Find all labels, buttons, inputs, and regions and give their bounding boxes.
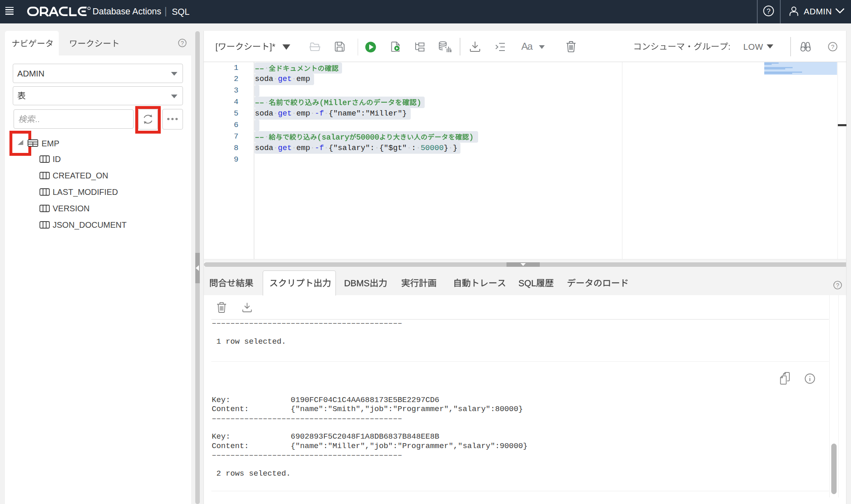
svg-text:?: ? [181, 40, 184, 46]
svg-text:?: ? [767, 7, 770, 15]
svg-text:?: ? [831, 43, 834, 50]
svg-text:?: ? [836, 282, 839, 289]
